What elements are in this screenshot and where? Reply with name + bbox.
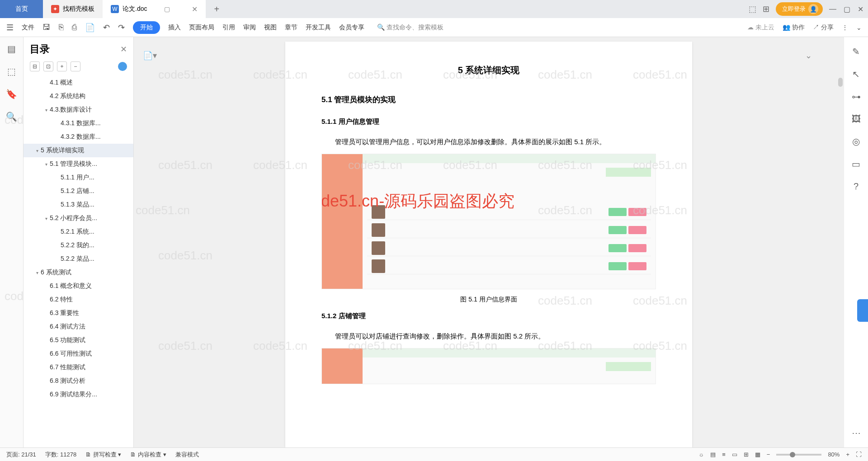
outline-item[interactable]: 6.1 概念和意义 [24,279,133,293]
ribbon-chapter[interactable]: 章节 [285,24,297,32]
cursor-icon[interactable]: ↖ [852,69,860,80]
settings-icon[interactable]: ⊶ [852,91,861,102]
outline-item[interactable]: 5.2.2 菜品... [24,252,133,266]
print-icon[interactable]: ⎙ [72,23,77,32]
search-rail-icon[interactable]: 🔍 [6,111,17,122]
ribbon-ref[interactable]: 引用 [222,24,235,32]
zoom-level[interactable]: 80% [828,451,840,458]
cloud-status[interactable]: ☁ 未上云 [747,24,774,32]
pencil-icon[interactable]: ✎ [852,46,860,57]
ribbon-view[interactable]: 视图 [264,24,277,32]
undo-icon[interactable]: ↶ [103,23,110,33]
outline-item[interactable]: 4.3.2 数据库... [24,130,133,144]
side-panel-toggle[interactable] [857,299,868,322]
login-button[interactable]: 立即登录 👤 [776,2,823,16]
tab-template[interactable]: ✦ 找稻壳模板 [43,0,103,18]
view-print-icon[interactable]: ▦ [755,451,760,458]
devtools-icon[interactable]: ▢ [164,5,170,13]
status-words[interactable]: 字数: 11278 [45,451,76,459]
ribbon-start[interactable]: 开始 [133,21,160,34]
ribbon-review[interactable]: 审阅 [243,24,256,32]
bookmark-rail-icon[interactable]: 🔖 [6,89,17,99]
outline-item[interactable]: 6.5 功能测试 [24,334,133,347]
collab-button[interactable]: 👥 协作 [783,24,805,32]
outline-item[interactable]: 4.1 概述 [24,76,133,89]
view-outline-icon[interactable]: ≡ [722,451,726,458]
apps-icon[interactable]: ⊞ [763,4,769,14]
redo-icon[interactable]: ↷ [118,23,125,33]
new-tab-button[interactable]: + [214,4,219,14]
close-tab-icon[interactable]: ✕ [192,5,198,14]
sync-badge-icon[interactable] [118,62,127,71]
remove-item-button[interactable]: − [71,61,80,71]
add-item-button[interactable]: + [57,61,67,71]
outline-rail-icon[interactable]: ▤ [7,43,16,54]
status-page[interactable]: 页面: 21/31 [6,451,36,459]
screen-icon[interactable]: ▭ [852,159,860,169]
outline-item[interactable]: 6.2 特性 [24,293,133,306]
outline-item[interactable]: ▾5.1 管理员模块... [24,157,133,171]
outline-item[interactable]: ▾5 系统详细实现 [24,144,133,157]
outline-item[interactable]: 4.3.1 数据库... [24,117,133,130]
outline-item[interactable]: 6.9 测试结果分... [24,388,133,401]
maximize-button[interactable]: ▢ [844,5,850,14]
ribbon-dev[interactable]: 开发工具 [306,24,331,32]
collapse-ribbon-icon[interactable]: ⌄ [856,24,862,31]
layout-icon[interactable]: ⬚ [749,4,756,14]
ribbon-insert[interactable]: 插入 [168,24,181,32]
tab-home[interactable]: 首页 [0,0,43,18]
outline-item[interactable]: 6.3 重要性 [24,306,133,320]
bookmark-page-icon[interactable]: ⌄ [805,51,812,61]
collapse-all-button[interactable]: ⊟ [30,61,40,71]
preview-icon[interactable]: 📄 [85,23,95,33]
outline-item[interactable]: 5.1.3 菜品... [24,198,133,212]
view-read-icon[interactable]: ▭ [732,451,737,458]
outline-item[interactable]: 4.2 系统结构 [24,89,133,103]
target-icon[interactable]: ◎ [852,136,860,147]
fullscreen-icon[interactable]: ⛶ [856,451,862,458]
outline-item[interactable]: 6.8 测试分析 [24,374,133,388]
zoom-in-button[interactable]: + [846,451,849,458]
save-icon[interactable]: 🖫 [42,23,51,32]
ribbon-layout[interactable]: 页面布局 [189,24,214,32]
more-tools-icon[interactable]: ⋯ [852,428,861,438]
export-icon[interactable]: ⎘ [59,23,64,32]
zoom-slider[interactable] [776,454,821,456]
status-content-check[interactable]: 🗎 内容检查 ▾ [130,451,166,459]
ribbon-search[interactable]: 🔍 查找命令、搜索模板 [377,24,443,32]
menu-icon[interactable]: ☰ [6,23,14,33]
doc-paragraph: 管理员可以对店铺进行查询修改，删除操作。具体界面如图 5.2 所示。 [321,329,656,343]
help-icon[interactable]: ? [854,181,859,192]
outline-item[interactable]: 5.1.2 店铺... [24,184,133,198]
outline-item[interactable]: ▾4.3.数据库设计 [24,103,133,117]
brightness-icon[interactable]: ☼ [698,451,704,458]
outline-item[interactable]: 6.6 可用性测试 [24,347,133,361]
more-icon[interactable]: ⋮ [842,24,848,31]
outline-item[interactable]: 6.4 测试方法 [24,320,133,334]
zoom-out-button[interactable]: − [767,451,770,458]
file-menu[interactable]: 文件 [22,24,34,32]
minimize-button[interactable]: — [829,5,836,14]
tab-template-label: 找稻壳模板 [63,5,94,13]
ribbon-vip[interactable]: 会员专享 [339,24,364,32]
vertical-scrollbar[interactable] [838,78,843,87]
outline-tree[interactable]: 4.1 概述4.2 系统结构▾4.3.数据库设计4.3.1 数据库...4.3.… [24,76,133,447]
close-outline-icon[interactable]: ✕ [120,44,127,54]
outline-item[interactable]: 5.1.1 用户... [24,171,133,184]
share-button[interactable]: ↗ 分享 [813,24,834,32]
outline-item[interactable]: 5.2.2 我的... [24,239,133,252]
status-compat[interactable]: 兼容模式 [175,451,199,459]
status-spellcheck[interactable]: 🗎 拼写检查 ▾ [85,451,121,459]
expand-all-button[interactable]: ⊡ [43,61,53,71]
close-window-button[interactable]: ✕ [858,5,863,14]
outline-item[interactable]: 6.7 性能测试 [24,361,133,374]
page-options-icon[interactable]: 📄▾ [143,51,157,61]
outline-item[interactable]: ▾5.2 小程序会员... [24,212,133,225]
image-tool-icon[interactable]: 🖼 [852,114,861,124]
outline-item[interactable]: ▾6 系统测试 [24,266,133,279]
view-page-icon[interactable]: ▤ [710,451,716,458]
outline-item[interactable]: 5.2.1 系统... [24,225,133,239]
tab-document[interactable]: W 论文.doc ▢ ✕ [103,0,206,18]
thumbnail-rail-icon[interactable]: ⬚ [7,66,16,77]
view-web-icon[interactable]: ⊞ [744,451,749,458]
